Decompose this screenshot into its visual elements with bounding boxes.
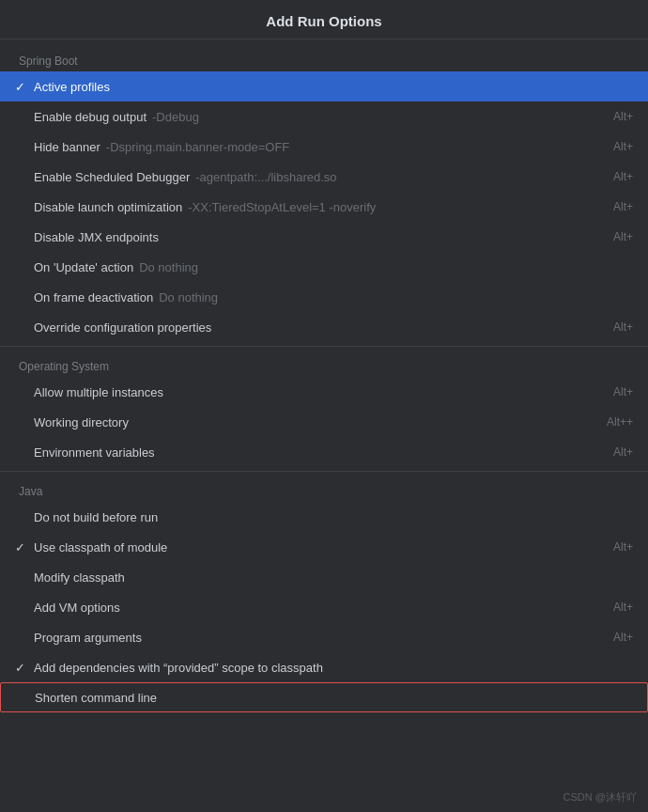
item-label-add-dependencies: Add dependencies with “provided” scope t… (34, 661, 323, 675)
menu-item-enable-debug-output[interactable]: Enable debug output-DdebugAlt+ (0, 102, 648, 132)
checkmark-active-profiles: ✓ (15, 80, 34, 94)
item-label-hide-banner: Hide banner (34, 140, 100, 154)
divider-0 (0, 346, 648, 347)
item-hint-on-frame-deactivation: Do nothing (159, 290, 218, 304)
item-shortcut-override-configuration-properties: Alt+ (594, 320, 633, 334)
item-shortcut-environment-variables: Alt+ (594, 445, 633, 459)
item-label-allow-multiple-instances: Allow multiple instances (34, 385, 163, 399)
menu-item-environment-variables[interactable]: Environment variablesAlt+ (0, 437, 648, 467)
menu-item-do-not-build-before-run[interactable]: Do not build before run (0, 502, 648, 532)
item-label-disable-jmx-endpoints: Disable JMX endpoints (34, 230, 159, 244)
section-header-spring-boot: Spring Boot (0, 45, 648, 71)
item-label-disable-launch-optimization: Disable launch optimization (34, 200, 182, 214)
checkmark-add-dependencies: ✓ (15, 661, 34, 675)
item-label-enable-scheduled-debugger: Enable Scheduled Debugger (34, 170, 190, 184)
options-content: Spring Boot✓Active profilesEnable debug … (0, 39, 648, 812)
item-shortcut-working-directory: Alt++ (588, 415, 633, 429)
checkmark-use-classpath-of-module: ✓ (15, 540, 34, 554)
item-label-add-vm-options: Add VM options (34, 601, 120, 615)
menu-item-allow-multiple-instances[interactable]: Allow multiple instancesAlt+ (0, 377, 648, 407)
item-label-working-directory: Working directory (34, 415, 129, 429)
item-label-on-frame-deactivation: On frame deactivation (34, 290, 153, 304)
menu-item-disable-jmx-endpoints[interactable]: Disable JMX endpointsAlt+ (0, 222, 648, 252)
item-shortcut-hide-banner: Alt+ (594, 140, 633, 153)
item-shortcut-add-vm-options: Alt+ (594, 601, 633, 614)
item-shortcut-enable-debug-output: Alt+ (594, 110, 633, 123)
item-label-environment-variables: Environment variables (34, 445, 155, 460)
item-shortcut-program-arguments: Alt+ (594, 631, 633, 644)
item-hint-on-update-action: Do nothing (139, 260, 198, 274)
menu-item-modify-classpath[interactable]: Modify classpath (0, 562, 648, 592)
section-header-java: Java (0, 476, 648, 502)
item-shortcut-use-classpath-of-module: Alt+ (594, 540, 633, 554)
item-label-do-not-build-before-run: Do not build before run (34, 510, 158, 524)
item-shortcut-disable-launch-optimization: Alt+ (594, 200, 633, 213)
item-label-use-classpath-of-module: Use classpath of module (34, 540, 167, 554)
menu-item-working-directory[interactable]: Working directoryAlt++ (0, 407, 648, 437)
item-hint-enable-debug-output: -Ddebug (152, 110, 199, 124)
dialog-title: Add Run Options (0, 0, 648, 39)
menu-item-override-configuration-properties[interactable]: Override configuration propertiesAlt+ (0, 312, 648, 342)
item-label-modify-classpath: Modify classpath (34, 570, 125, 585)
menu-item-on-update-action[interactable]: On 'Update' actionDo nothing (0, 252, 648, 282)
menu-item-enable-scheduled-debugger[interactable]: Enable Scheduled Debugger-agentpath:.../… (0, 162, 648, 192)
item-label-active-profiles: Active profiles (34, 80, 110, 94)
section-header-operating-system: Operating System (0, 351, 648, 377)
item-label-enable-debug-output: Enable debug output (34, 110, 147, 124)
item-hint-disable-launch-optimization: -XX:TieredStopAtLevel=1 -noverify (188, 200, 376, 214)
add-run-options-dialog: Add Run Options Spring Boot✓Active profi… (0, 0, 648, 812)
menu-item-shorten-command-line[interactable]: Shorten command line (0, 682, 648, 712)
divider-1 (0, 471, 648, 472)
item-label-shorten-command-line: Shorten command line (35, 691, 157, 705)
menu-item-program-arguments[interactable]: Program argumentsAlt+ (0, 622, 648, 652)
item-shortcut-enable-scheduled-debugger: Alt+ (594, 170, 633, 183)
menu-item-active-profiles[interactable]: ✓Active profiles (0, 71, 648, 102)
item-shortcut-allow-multiple-instances: Alt+ (594, 385, 633, 398)
menu-item-hide-banner[interactable]: Hide banner-Dspring.main.banner-mode=OFF… (0, 132, 648, 162)
item-label-override-configuration-properties: Override configuration properties (34, 320, 211, 335)
item-shortcut-disable-jmx-endpoints: Alt+ (594, 230, 633, 243)
watermark: CSDN @沐轩吖 (563, 790, 637, 804)
item-label-on-update-action: On 'Update' action (34, 260, 133, 274)
item-label-program-arguments: Program arguments (34, 631, 142, 645)
menu-item-add-vm-options[interactable]: Add VM optionsAlt+ (0, 592, 648, 622)
item-hint-hide-banner: -Dspring.main.banner-mode=OFF (106, 140, 289, 154)
menu-item-add-dependencies[interactable]: ✓Add dependencies with “provided” scope … (0, 652, 648, 682)
menu-item-disable-launch-optimization[interactable]: Disable launch optimization-XX:TieredSto… (0, 192, 648, 222)
menu-item-use-classpath-of-module[interactable]: ✓Use classpath of moduleAlt+ (0, 532, 648, 562)
menu-item-on-frame-deactivation[interactable]: On frame deactivationDo nothing (0, 282, 648, 312)
item-hint-enable-scheduled-debugger: -agentpath:.../libshared.so (195, 170, 336, 184)
